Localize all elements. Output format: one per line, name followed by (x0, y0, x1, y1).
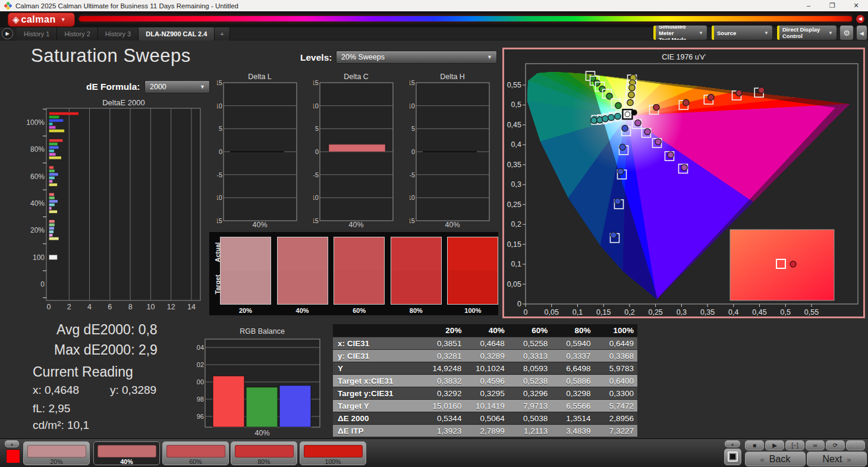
next-button[interactable]: Next» (807, 452, 867, 466)
svg-text:40%: 40% (445, 221, 460, 229)
current-color-chip (6, 449, 20, 463)
de-formula-label: dE Formula: (86, 82, 140, 92)
stop-button[interactable]: ■ (745, 440, 764, 450)
svg-text:0,4: 0,4 (728, 308, 738, 316)
svg-text:-5: -5 (410, 171, 415, 178)
window-title: Calman 2025 Calman Ultimate for Business… (15, 2, 238, 10)
accent-bar (777, 26, 779, 40)
pattern-label: 60% (163, 458, 228, 465)
loop-button[interactable]: ⟳ (826, 440, 845, 450)
delta-l-chart: Delta L151050-5-10-1540% (217, 71, 300, 229)
pattern-button-40%[interactable]: 40% (93, 441, 160, 465)
pattern-button-60%[interactable]: 60% (162, 441, 229, 465)
svg-text:-5: -5 (313, 171, 319, 178)
row-label: Target x:CIE31 (333, 375, 422, 387)
cie-1976-panel: CIE 1976 u'v'00,050,10,150,20,250,30,350… (502, 48, 865, 318)
expand-panel-button[interactable]: ▲ (5, 440, 19, 447)
svg-text:-10: -10 (313, 194, 319, 201)
actual-swatch-100% (447, 237, 498, 271)
svg-text:0,35: 0,35 (700, 308, 715, 316)
table-cell: 1,3923 (422, 425, 465, 437)
table-cell: 0,3368 (595, 350, 637, 362)
actual-swatch-60% (334, 237, 385, 271)
continuous-button[interactable]: ∞ (806, 440, 825, 450)
tab-scroll-button[interactable]: ▶ (2, 28, 13, 39)
pattern-swatch (27, 445, 86, 457)
delta-h-chart: Delta H151050-5-10-1540% (410, 71, 493, 229)
direct-display-control-dropdown[interactable]: Direct Display Control▼ (776, 25, 837, 40)
cie-inset-zoom (730, 230, 834, 300)
back-button[interactable]: «Back (745, 452, 806, 466)
levels-dropdown[interactable]: 20% Sweeps ▼ (336, 51, 497, 64)
close-button[interactable]: ✕ (844, 0, 868, 11)
tab-history-1[interactable]: History 1 (17, 27, 57, 40)
page-title: Saturation Sweeps (31, 45, 191, 67)
de-formula-dropdown[interactable]: 2000 ▼ (144, 80, 210, 93)
stop-icon (730, 454, 735, 459)
table-cell: 0,4648 (465, 337, 508, 349)
column-header: 40% (465, 324, 508, 337)
pattern-label: 80% (231, 458, 297, 465)
svg-text:0,35: 0,35 (507, 161, 521, 169)
table-cell: 0,5038 (508, 412, 551, 424)
svg-text:5: 5 (315, 125, 319, 132)
table-row: x: CIE310,38510,46480,52580,59400,6449 (333, 337, 637, 350)
source-label: Source (717, 30, 760, 36)
play-button[interactable]: ▶ (765, 440, 784, 450)
svg-text:0,45: 0,45 (752, 308, 766, 316)
single-measure-button[interactable]: [−] (785, 440, 804, 450)
svg-text:100: 100 (196, 378, 204, 385)
maximize-button[interactable]: ❐ (820, 0, 844, 11)
table-cell: 14,9248 (422, 362, 465, 374)
pattern-swatch (98, 445, 156, 457)
table-cell: 6,5566 (551, 400, 594, 412)
calman-logo-button[interactable]: ◈ calman ▼ (8, 12, 75, 27)
calman-gem-icon: ◈ (12, 14, 20, 25)
svg-text:0: 0 (524, 308, 528, 316)
tab-strip: History 1History 2History 3DLA-NZ900 CAL… (17, 27, 230, 40)
de-formula-value: 2000 (145, 83, 200, 91)
svg-text:5: 5 (411, 125, 415, 132)
table-cell: 0,5344 (422, 412, 465, 424)
row-label: ΔE 2000 (333, 412, 422, 424)
table-cell: 1,3514 (551, 412, 594, 424)
svg-text:0,5: 0,5 (511, 101, 521, 109)
tab-history-3[interactable]: History 3 (98, 27, 139, 40)
table-cell: 0,3289 (465, 350, 508, 362)
pattern-button-20%[interactable]: 20% (23, 441, 90, 465)
svg-text:14: 14 (187, 303, 196, 311)
svg-text:0,2: 0,2 (511, 220, 521, 228)
gear-icon[interactable]: ⚙ (839, 25, 854, 40)
source-dropdown[interactable]: Source▼ (711, 25, 773, 40)
tab-history-2[interactable]: History 2 (57, 27, 98, 40)
pattern-button-80%[interactable]: 80% (231, 441, 297, 465)
table-row: y: CIE310,32810,32890,33130,33370,3368 (333, 350, 637, 362)
expand-meter-button[interactable]: ▲ (725, 440, 740, 447)
simulated-meter-dropdown[interactable]: Simulated MeterTest Mode▼ (653, 25, 707, 40)
tab-dla-nz900-cal-2-4[interactable]: DLA-NZ900 CAL 2.4 (139, 27, 215, 40)
table-cell: 8,0593 (508, 362, 551, 374)
table-cell: 0,3851 (422, 337, 465, 349)
stop-measure-button[interactable] (724, 449, 741, 465)
pattern-button-100%[interactable]: 100% (300, 441, 366, 465)
add-tab-button[interactable]: + (215, 27, 229, 40)
minimize-button[interactable]: – (797, 0, 820, 11)
column-header: 80% (551, 324, 594, 337)
svg-text:104: 104 (196, 344, 204, 351)
swatch-label: 20% (220, 307, 271, 314)
svg-text:0,3: 0,3 (511, 180, 521, 189)
record-button[interactable]: ● (846, 440, 865, 450)
current-reading-title: Current Reading (33, 364, 133, 380)
direct-display-control-label: Direct Display Control (782, 26, 825, 39)
swatch-label: 100% (447, 307, 498, 314)
svg-text:80%: 80% (30, 145, 45, 153)
table-cell: 0,5064 (465, 412, 508, 424)
strip-collapse-button[interactable]: ◀ (856, 15, 864, 23)
table-cell: 0,6400 (595, 375, 637, 387)
row-label: y: CIE31 (333, 350, 422, 362)
table-cell: 0,5258 (508, 337, 551, 349)
levels-label: Levels: (300, 52, 332, 63)
svg-text:4: 4 (87, 303, 92, 311)
collapse-panel-button[interactable]: ◀ (856, 25, 867, 40)
bottom-bar: ▲20%40%60%80%100%▲■▶[−]∞⟳●«BackNext» (0, 438, 868, 467)
